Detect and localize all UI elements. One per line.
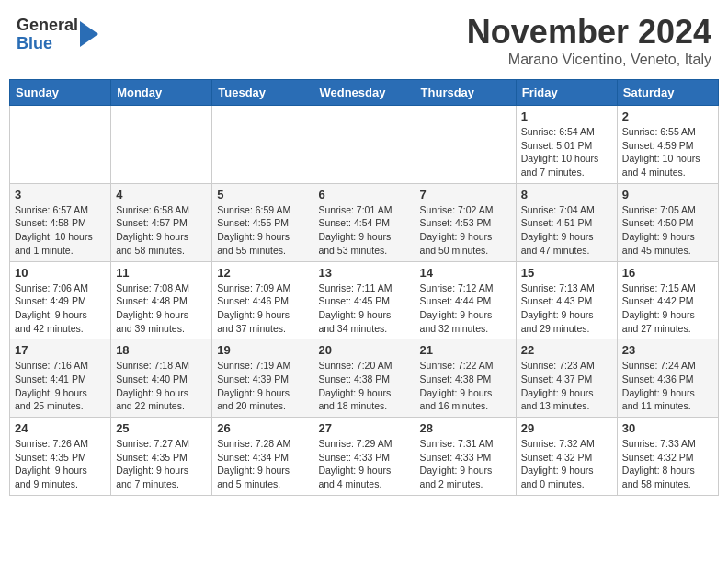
day-number: 28	[420, 421, 511, 435]
day-number: 20	[318, 343, 409, 357]
day-number: 25	[116, 421, 207, 435]
day-number: 14	[420, 266, 511, 280]
day-info: Sunrise: 7:24 AM Sunset: 4:36 PM Dayligh…	[622, 359, 713, 413]
day-info: Sunrise: 7:31 AM Sunset: 4:33 PM Dayligh…	[420, 437, 511, 491]
day-number: 9	[622, 188, 713, 201]
calendar-cell: 6Sunrise: 7:01 AM Sunset: 4:54 PM Daylig…	[313, 183, 415, 261]
day-number: 6	[318, 188, 409, 201]
day-number: 11	[116, 266, 207, 280]
calendar: SundayMondayTuesdayWednesdayThursdayFrid…	[9, 79, 719, 496]
calendar-week-1: 1Sunrise: 6:54 AM Sunset: 5:01 PM Daylig…	[10, 106, 719, 184]
day-info: Sunrise: 7:33 AM Sunset: 4:32 PM Dayligh…	[622, 437, 713, 491]
calendar-week-5: 24Sunrise: 7:26 AM Sunset: 4:35 PM Dayli…	[10, 418, 719, 496]
calendar-cell: 13Sunrise: 7:11 AM Sunset: 4:45 PM Dayli…	[313, 261, 415, 339]
calendar-cell: 5Sunrise: 6:59 AM Sunset: 4:55 PM Daylig…	[212, 183, 313, 261]
weekday-header-monday: Monday	[111, 80, 212, 106]
day-info: Sunrise: 7:32 AM Sunset: 4:32 PM Dayligh…	[521, 437, 612, 491]
calendar-week-3: 10Sunrise: 7:06 AM Sunset: 4:49 PM Dayli…	[10, 261, 719, 339]
weekday-header-sunday: Sunday	[10, 80, 111, 106]
calendar-cell: 3Sunrise: 6:57 AM Sunset: 4:58 PM Daylig…	[10, 183, 111, 261]
calendar-cell: 20Sunrise: 7:20 AM Sunset: 4:38 PM Dayli…	[313, 339, 415, 418]
calendar-cell: 9Sunrise: 7:05 AM Sunset: 4:50 PM Daylig…	[617, 183, 718, 261]
day-info: Sunrise: 7:09 AM Sunset: 4:46 PM Dayligh…	[217, 282, 308, 336]
calendar-cell: 28Sunrise: 7:31 AM Sunset: 4:33 PM Dayli…	[415, 418, 516, 496]
day-number: 15	[521, 266, 612, 280]
day-info: Sunrise: 6:54 AM Sunset: 5:01 PM Dayligh…	[521, 125, 612, 179]
calendar-cell: 8Sunrise: 7:04 AM Sunset: 4:51 PM Daylig…	[516, 183, 617, 261]
day-info: Sunrise: 7:18 AM Sunset: 4:40 PM Dayligh…	[116, 359, 207, 413]
calendar-cell	[10, 106, 111, 184]
day-number: 30	[622, 421, 713, 435]
calendar-cell: 24Sunrise: 7:26 AM Sunset: 4:35 PM Dayli…	[10, 418, 111, 496]
day-number: 8	[521, 188, 612, 201]
weekday-header-row: SundayMondayTuesdayWednesdayThursdayFrid…	[10, 80, 719, 106]
day-number: 19	[217, 343, 308, 357]
weekday-header-friday: Friday	[516, 80, 617, 106]
calendar-cell: 14Sunrise: 7:12 AM Sunset: 4:44 PM Dayli…	[415, 261, 516, 339]
day-number: 29	[521, 421, 612, 435]
title-area: November 2024 Marano Vicentino, Veneto, …	[467, 13, 711, 68]
calendar-cell	[415, 106, 516, 184]
calendar-cell: 7Sunrise: 7:02 AM Sunset: 4:53 PM Daylig…	[415, 183, 516, 261]
logo: General Blue	[17, 17, 98, 53]
calendar-cell: 29Sunrise: 7:32 AM Sunset: 4:32 PM Dayli…	[516, 418, 617, 496]
day-info: Sunrise: 6:55 AM Sunset: 4:59 PM Dayligh…	[622, 125, 713, 179]
calendar-cell	[313, 106, 415, 184]
weekday-header-wednesday: Wednesday	[313, 80, 415, 106]
calendar-cell: 2Sunrise: 6:55 AM Sunset: 4:59 PM Daylig…	[617, 106, 718, 184]
calendar-cell: 23Sunrise: 7:24 AM Sunset: 4:36 PM Dayli…	[617, 339, 718, 418]
day-info: Sunrise: 6:59 AM Sunset: 4:55 PM Dayligh…	[217, 203, 308, 258]
day-info: Sunrise: 7:20 AM Sunset: 4:38 PM Dayligh…	[318, 359, 409, 413]
day-number: 24	[15, 421, 106, 435]
day-info: Sunrise: 7:05 AM Sunset: 4:50 PM Dayligh…	[622, 203, 713, 258]
calendar-cell	[111, 106, 212, 184]
day-info: Sunrise: 7:06 AM Sunset: 4:49 PM Dayligh…	[15, 282, 106, 336]
day-number: 12	[217, 266, 308, 280]
calendar-cell: 15Sunrise: 7:13 AM Sunset: 4:43 PM Dayli…	[516, 261, 617, 339]
day-number: 18	[116, 343, 207, 357]
calendar-cell: 30Sunrise: 7:33 AM Sunset: 4:32 PM Dayli…	[617, 418, 718, 496]
calendar-cell: 12Sunrise: 7:09 AM Sunset: 4:46 PM Dayli…	[212, 261, 313, 339]
calendar-cell: 21Sunrise: 7:22 AM Sunset: 4:38 PM Dayli…	[415, 339, 516, 418]
day-info: Sunrise: 7:22 AM Sunset: 4:38 PM Dayligh…	[420, 359, 511, 413]
weekday-header-saturday: Saturday	[617, 80, 718, 106]
calendar-cell: 26Sunrise: 7:28 AM Sunset: 4:34 PM Dayli…	[212, 418, 313, 496]
day-info: Sunrise: 7:11 AM Sunset: 4:45 PM Dayligh…	[318, 282, 409, 336]
day-info: Sunrise: 7:13 AM Sunset: 4:43 PM Dayligh…	[521, 282, 612, 336]
day-info: Sunrise: 7:29 AM Sunset: 4:33 PM Dayligh…	[318, 437, 409, 491]
logo-icon	[80, 21, 98, 47]
day-info: Sunrise: 7:28 AM Sunset: 4:34 PM Dayligh…	[217, 437, 308, 491]
day-info: Sunrise: 7:12 AM Sunset: 4:44 PM Dayligh…	[420, 282, 511, 336]
calendar-cell	[212, 106, 313, 184]
day-number: 21	[420, 343, 511, 357]
calendar-cell: 17Sunrise: 7:16 AM Sunset: 4:41 PM Dayli…	[10, 339, 111, 418]
svg-marker-0	[80, 21, 98, 47]
calendar-cell: 1Sunrise: 6:54 AM Sunset: 5:01 PM Daylig…	[516, 106, 617, 184]
calendar-cell: 18Sunrise: 7:18 AM Sunset: 4:40 PM Dayli…	[111, 339, 212, 418]
weekday-header-tuesday: Tuesday	[212, 80, 313, 106]
logo-blue-text: Blue	[17, 35, 78, 53]
day-info: Sunrise: 6:58 AM Sunset: 4:57 PM Dayligh…	[116, 203, 207, 258]
calendar-cell: 4Sunrise: 6:58 AM Sunset: 4:57 PM Daylig…	[111, 183, 212, 261]
day-info: Sunrise: 7:26 AM Sunset: 4:35 PM Dayligh…	[15, 437, 106, 491]
calendar-cell: 11Sunrise: 7:08 AM Sunset: 4:48 PM Dayli…	[111, 261, 212, 339]
calendar-cell: 16Sunrise: 7:15 AM Sunset: 4:42 PM Dayli…	[617, 261, 718, 339]
calendar-cell: 10Sunrise: 7:06 AM Sunset: 4:49 PM Dayli…	[10, 261, 111, 339]
day-info: Sunrise: 6:57 AM Sunset: 4:58 PM Dayligh…	[15, 203, 106, 258]
day-number: 23	[622, 343, 713, 357]
day-info: Sunrise: 7:01 AM Sunset: 4:54 PM Dayligh…	[318, 203, 409, 258]
day-number: 16	[622, 266, 713, 280]
day-info: Sunrise: 7:15 AM Sunset: 4:42 PM Dayligh…	[622, 282, 713, 336]
calendar-week-4: 17Sunrise: 7:16 AM Sunset: 4:41 PM Dayli…	[10, 339, 719, 418]
day-info: Sunrise: 7:02 AM Sunset: 4:53 PM Dayligh…	[420, 203, 511, 258]
calendar-cell: 25Sunrise: 7:27 AM Sunset: 4:35 PM Dayli…	[111, 418, 212, 496]
day-number: 5	[217, 188, 308, 201]
day-number: 22	[521, 343, 612, 357]
calendar-cell: 22Sunrise: 7:23 AM Sunset: 4:37 PM Dayli…	[516, 339, 617, 418]
day-info: Sunrise: 7:16 AM Sunset: 4:41 PM Dayligh…	[15, 359, 106, 413]
day-number: 3	[15, 188, 106, 201]
day-info: Sunrise: 7:27 AM Sunset: 4:35 PM Dayligh…	[116, 437, 207, 491]
day-info: Sunrise: 7:19 AM Sunset: 4:39 PM Dayligh…	[217, 359, 308, 413]
month-title: November 2024	[467, 13, 711, 52]
day-info: Sunrise: 7:04 AM Sunset: 4:51 PM Dayligh…	[521, 203, 612, 258]
